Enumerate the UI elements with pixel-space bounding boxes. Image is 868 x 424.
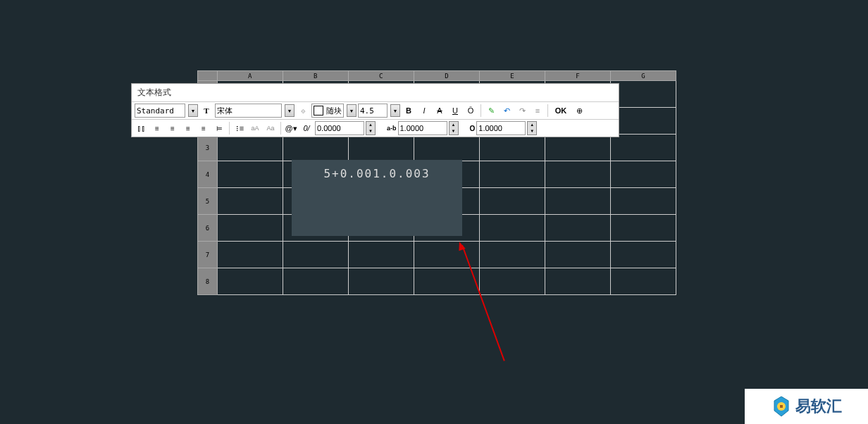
- tracking-spinner[interactable]: ▲▼: [366, 121, 376, 135]
- size-dropdown-arrow-icon[interactable]: ▼: [390, 104, 400, 117]
- row-header[interactable]: 8: [198, 268, 218, 295]
- color-select-label: 随块: [326, 106, 342, 116]
- table-cell[interactable]: [479, 242, 545, 268]
- row-header[interactable]: 6: [198, 215, 218, 242]
- table-cell[interactable]: [545, 268, 610, 295]
- editor-text[interactable]: 5+0.001.0.003: [323, 167, 430, 180]
- col-header[interactable]: G: [610, 71, 676, 81]
- table-cell[interactable]: [283, 268, 348, 295]
- table-cell[interactable]: [545, 161, 610, 188]
- redo-button[interactable]: ↷: [515, 104, 529, 118]
- toolbar-row-1: Standard ▼ T 宋体 ▼ ⟐ 随块 ▼ 4.5 ▼ B I A U Ō…: [132, 101, 619, 119]
- color-dropdown-arrow-icon[interactable]: ▼: [347, 104, 356, 117]
- col-header[interactable]: D: [414, 71, 479, 81]
- table-cell[interactable]: [479, 268, 545, 295]
- col-header[interactable]: C: [348, 71, 414, 81]
- table-cell[interactable]: [217, 161, 283, 188]
- table-cell[interactable]: [283, 135, 348, 161]
- undo-button[interactable]: ↶: [500, 104, 514, 118]
- text-format-panel: 文本格式 Standard ▼ T 宋体 ▼ ⟐ 随块 ▼ 4.5 ▼ B I …: [131, 83, 619, 137]
- col-header[interactable]: F: [545, 71, 610, 81]
- col-header[interactable]: A: [217, 71, 283, 81]
- line-spacing-button[interactable]: ⫶≡: [232, 121, 247, 135]
- font-select[interactable]: 宋体: [215, 104, 282, 118]
- row-header[interactable]: 7: [198, 242, 218, 268]
- oblique-angle-icon: O: [470, 125, 476, 132]
- width-factor-input[interactable]: [398, 121, 447, 135]
- divider: [480, 104, 481, 117]
- justify-button[interactable]: ≡: [197, 121, 211, 135]
- table-cell[interactable]: [217, 215, 283, 242]
- table-cell[interactable]: [545, 242, 610, 268]
- table-corner[interactable]: [198, 71, 218, 81]
- table-cell[interactable]: [479, 215, 545, 242]
- table-cell[interactable]: [217, 188, 283, 215]
- row-header[interactable]: 3: [198, 135, 218, 161]
- options-button[interactable]: ⊕: [572, 104, 586, 118]
- align-right-button[interactable]: ≡: [181, 121, 195, 135]
- align-center-button[interactable]: ≡: [166, 121, 180, 135]
- table-cell[interactable]: [217, 135, 283, 161]
- table-cell[interactable]: [610, 161, 676, 188]
- table-cell[interactable]: [545, 215, 610, 242]
- table-cell[interactable]: [610, 242, 676, 268]
- annotative-icon[interactable]: ⟐: [296, 104, 310, 118]
- table-cell[interactable]: [479, 135, 545, 161]
- bullets-button[interactable]: Aa: [264, 121, 278, 135]
- table-cell[interactable]: [414, 135, 479, 161]
- strikethrough-button[interactable]: A: [433, 104, 447, 118]
- font-select-label: 宋体: [217, 106, 232, 116]
- table-cell[interactable]: [217, 242, 283, 268]
- text-editor-box[interactable]: 5+0.001.0.003: [292, 160, 462, 236]
- width-factor-spinner[interactable]: ▲▼: [449, 121, 459, 135]
- ok-button[interactable]: OK: [551, 104, 571, 118]
- table-cell[interactable]: [610, 215, 676, 242]
- numbering-button[interactable]: aA: [248, 121, 262, 135]
- color-swatch-icon: [314, 106, 323, 116]
- table-cell[interactable]: [545, 135, 610, 161]
- bold-button[interactable]: B: [402, 104, 416, 118]
- size-input[interactable]: 4.5: [358, 104, 388, 118]
- style-dropdown-arrow-icon[interactable]: ▼: [188, 104, 198, 117]
- row-header[interactable]: 4: [198, 161, 218, 188]
- ruler-button[interactable]: ≡: [531, 104, 545, 118]
- col-header[interactable]: E: [479, 71, 545, 81]
- watermark-logo-icon: [771, 395, 791, 418]
- font-dropdown-arrow-icon[interactable]: ▼: [285, 104, 294, 117]
- overline-button[interactable]: Ō: [464, 104, 478, 118]
- watermark-text: 易软汇: [795, 396, 842, 417]
- table-cell[interactable]: [348, 135, 414, 161]
- table-cell[interactable]: [217, 268, 283, 295]
- underline-button[interactable]: U: [448, 104, 462, 118]
- oblique-button[interactable]: 0/: [299, 121, 314, 135]
- oblique-input[interactable]: [476, 121, 526, 135]
- table-cell[interactable]: [610, 135, 676, 161]
- col-header[interactable]: B: [283, 71, 348, 81]
- columns-button[interactable]: ⫿⫿: [135, 121, 149, 135]
- row-header[interactable]: 5: [198, 188, 218, 215]
- size-label: 4.5: [360, 106, 374, 116]
- oblique-spinner[interactable]: ▲▼: [527, 121, 537, 135]
- style-select[interactable]: Standard: [135, 104, 185, 118]
- tracking-input[interactable]: [315, 121, 364, 135]
- table-cell[interactable]: [479, 161, 545, 188]
- distribute-button[interactable]: ⊨: [212, 121, 226, 135]
- toolbar-row-2: ⫿⫿ ≡ ≡ ≡ ≡ ⊨ ⫶≡ aA Aa @▾ 0/ ▲▼ a-b ▲▼ O …: [132, 119, 619, 137]
- table-cell[interactable]: [414, 268, 479, 295]
- align-left-button[interactable]: ≡: [150, 121, 164, 135]
- font-icon: T: [199, 104, 213, 118]
- table-cell[interactable]: [348, 268, 414, 295]
- italic-button[interactable]: I: [417, 104, 431, 118]
- divider: [280, 122, 281, 135]
- symbol-button[interactable]: @▾: [284, 121, 298, 135]
- table-cell[interactable]: [348, 242, 414, 268]
- highlight-button[interactable]: ✎: [484, 104, 498, 118]
- table-cell[interactable]: [610, 108, 676, 135]
- table-cell[interactable]: [610, 188, 676, 215]
- table-cell[interactable]: [545, 188, 610, 215]
- table-cell[interactable]: [283, 242, 348, 268]
- color-select[interactable]: 随块: [311, 104, 344, 118]
- table-cell[interactable]: [610, 268, 676, 295]
- table-cell[interactable]: [479, 188, 545, 215]
- table-cell[interactable]: [610, 81, 676, 108]
